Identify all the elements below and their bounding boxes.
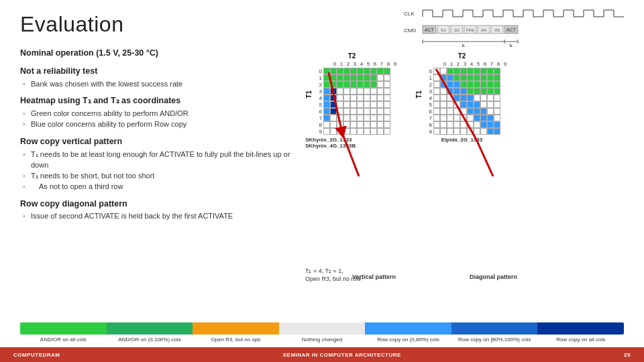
grid-row: 3 [314, 88, 398, 95]
grid-cells-row [323, 128, 390, 135]
grid-cell [377, 108, 384, 115]
grid-cell [330, 81, 337, 88]
grid-cell [460, 68, 467, 74]
grid-cell [494, 101, 500, 108]
grid-cell [453, 115, 460, 121]
grid-cell [480, 121, 487, 128]
grid-cell [467, 101, 474, 108]
grid-t1-number: 6 [314, 109, 322, 115]
svg-text:D2: D2 [454, 28, 460, 32]
grid-cell [357, 95, 364, 101]
grid-cell [433, 74, 440, 81]
grid-cell [467, 121, 474, 128]
grid-t1-number: 9 [314, 129, 322, 135]
grid-cells-row [433, 115, 500, 121]
grid-cell [480, 74, 487, 81]
grid-row: 8 [314, 121, 398, 128]
grid-cell [433, 68, 440, 74]
grid-cells-row [433, 121, 500, 128]
timing-diagram: CLK CMD ACT D1 D2 PRE D4 D5 ACT t₁ t₂ [402, 7, 631, 47]
timing-svg: CLK CMD ACT D1 D2 PRE D4 D5 ACT t₁ t₂ [402, 7, 631, 47]
grid-cell [330, 95, 337, 101]
grid-cell [453, 74, 460, 81]
grid-cell [357, 115, 364, 121]
grid-cell [494, 88, 500, 95]
grid-cell [323, 68, 330, 74]
grid-cell [447, 128, 453, 135]
grid-cell [453, 101, 460, 108]
grid-2: T2 T1 0123456789 0123456789 Elpida_2G_13… [415, 52, 508, 149]
grid-cell [460, 74, 467, 81]
grid-cell [330, 88, 337, 95]
grid-cell [480, 81, 487, 88]
svg-text:CMD: CMD [404, 27, 416, 34]
grid-cell [377, 81, 384, 88]
grid-t1-number: 3 [424, 88, 432, 95]
grid-cell [474, 95, 480, 101]
grid-cell [323, 128, 330, 135]
grid-cell [384, 121, 390, 128]
grid-cell [350, 74, 357, 81]
grid-cell [343, 128, 350, 135]
grid-t1-number: 7 [424, 115, 432, 121]
grid-cells-row [323, 95, 390, 101]
footer-right: 25 [624, 352, 631, 358]
bar-label: AND/OR on (0,100%) cols [107, 337, 193, 343]
grid-cell [453, 128, 460, 135]
bar-labels: AND/OR on all colsAND/OR on (0,100%) col… [20, 337, 624, 343]
grid-cell [467, 115, 474, 121]
grid-t1-number: 8 [424, 122, 432, 128]
grid-cell [384, 115, 390, 121]
vertical-pattern-label: Vertical pattern [352, 274, 396, 280]
grid-cell [357, 74, 364, 81]
diagonal-pattern-label: Diagonal pattern [470, 274, 517, 280]
grid-cell [487, 88, 494, 95]
grid-cell [337, 128, 343, 135]
grid-cell [364, 68, 370, 74]
color-bar-segment [279, 322, 366, 335]
grid-cell [357, 101, 364, 108]
grid-t1-number: 9 [424, 129, 432, 135]
grid-cell [330, 115, 337, 121]
grid-cell [337, 88, 343, 95]
grid-cell [440, 108, 447, 115]
grid-cell [494, 68, 500, 74]
grid-cell [433, 88, 440, 95]
grid-cell [377, 128, 384, 135]
grid-cell [453, 108, 460, 115]
grid-cell [364, 81, 370, 88]
svg-text:D4: D4 [481, 28, 486, 32]
grid-t1-number: 0 [314, 68, 322, 74]
grid-cell [350, 81, 357, 88]
grid-cell [357, 88, 364, 95]
grid-cell [337, 121, 343, 128]
grid-cell [357, 108, 364, 115]
bullet-4-0: Issue of second ACTIVATE is held back by… [20, 211, 302, 222]
grid-cell [447, 101, 453, 108]
grid-cell [350, 68, 357, 74]
grid2-t2-numbers: 0123456789 [424, 61, 508, 67]
grid-t1-number: 2 [314, 82, 322, 88]
grid-cell [384, 88, 390, 95]
grid-cell [447, 88, 453, 95]
grid-row: 3 [424, 88, 508, 95]
grid2-t2-label: T2 [458, 52, 466, 60]
grid-cell [337, 101, 343, 108]
grid2-rows: 0123456789 [424, 68, 508, 135]
footer-center: SEMINAR IN COMPUTER ARCHITECTURE [60, 352, 625, 358]
grid-cells-row [433, 88, 500, 95]
grid-cell [433, 101, 440, 108]
bar-label: AND/OR on all cols [20, 337, 107, 343]
grid-cell [337, 74, 343, 81]
grid-cell [480, 108, 487, 115]
grid-cell [433, 115, 440, 121]
svg-text:t₁: t₁ [462, 43, 466, 47]
grid-cell [330, 128, 337, 135]
grid-cell [467, 81, 474, 88]
grid-cell [377, 101, 384, 108]
grid-cell [364, 115, 370, 121]
grid-cells-row [323, 121, 390, 128]
grid-cell [447, 68, 453, 74]
grid1-rows: 0123456789 [314, 68, 398, 135]
bar-label: Row copy on all cols [537, 337, 624, 343]
